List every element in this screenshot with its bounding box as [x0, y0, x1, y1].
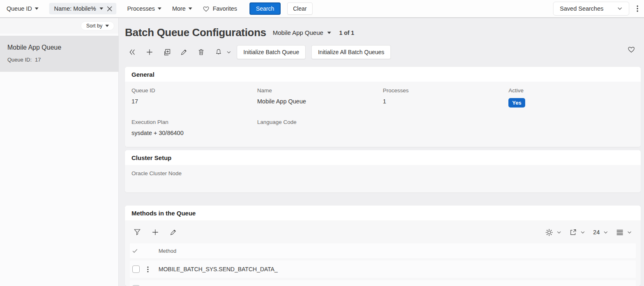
field-value: 17 [132, 98, 257, 105]
caret-down-icon [105, 25, 109, 27]
bell-icon [215, 48, 222, 56]
field-name: Name Mobile App Queue [257, 87, 383, 108]
chevron-down-icon [557, 231, 561, 234]
cluster-setup-section: Cluster Setup Oracle Cluster Node [125, 150, 641, 192]
field-execution-plan: Execution Plan sysdate + 30/86400 [132, 119, 257, 137]
field-value: 1 [383, 98, 509, 105]
caret-down-icon [35, 7, 39, 10]
notifications-dropdown-button[interactable] [227, 51, 231, 54]
clear-button[interactable]: Clear [287, 2, 312, 15]
search-filter-bar: Queue ID Name: Mobile% Processes More [0, 0, 644, 18]
methods-table-header: Method [130, 243, 636, 258]
record-count: 1 of 1 [339, 30, 354, 36]
table-row[interactable]: MOBILE_SYNC_SYS.SCHEDULED_ACTIVATION_ [130, 280, 636, 286]
overflow-menu-button[interactable] [637, 5, 638, 12]
add-record-button[interactable] [142, 45, 157, 59]
active-status-badge: Yes [508, 98, 525, 108]
chevron-down-icon [603, 231, 608, 234]
field-label: Name [257, 87, 383, 94]
page-title: Batch Queue Configurations [125, 26, 266, 39]
app-window: Queue ID Name: Mobile% Processes More [0, 0, 644, 286]
export-dropdown[interactable] [569, 229, 585, 236]
field-value: Mobile App Queue [257, 98, 383, 105]
pencil-icon [170, 229, 177, 236]
filter-funnel-icon [134, 229, 141, 236]
favorites-label: Favorites [213, 5, 237, 12]
processes-filter-dropdown[interactable]: Processes [127, 5, 161, 12]
edit-methods-button[interactable] [166, 225, 181, 240]
saved-searches-dropdown[interactable]: Saved Searches [553, 2, 629, 16]
queue-id-filter-dropdown[interactable]: Queue ID [7, 5, 39, 12]
duplicate-icon [163, 48, 171, 56]
general-fields: Queue ID 17 Name Mobile App Queue Proces… [125, 82, 641, 147]
notifications-button[interactable] [211, 45, 226, 59]
delete-record-button[interactable] [194, 45, 209, 59]
list-item-mobile-app-queue[interactable]: Mobile App Queue Queue ID: 17 [0, 36, 118, 72]
method-column-header[interactable]: Method [159, 248, 636, 254]
chevron-down-icon [617, 7, 622, 10]
trash-icon [197, 48, 205, 56]
notifications-group [211, 45, 231, 59]
record-selector-dropdown[interactable]: Mobile App Queue [273, 29, 331, 36]
initialize-all-batch-queues-button[interactable]: Initialize All Batch Queues [311, 45, 391, 59]
caret-down-icon[interactable] [100, 7, 103, 10]
row-density-dropdown[interactable] [616, 229, 632, 236]
oracle-cluster-node-label: Oracle Cluster Node [132, 170, 634, 176]
initialize-batch-queue-button[interactable]: Initialize Batch Queue [237, 45, 306, 59]
page-size-dropdown[interactable]: 24 [593, 229, 608, 236]
field-queue-id: Queue ID 17 [132, 87, 257, 108]
saved-searches-label: Saved Searches [560, 5, 603, 12]
field-processes: Processes 1 [383, 87, 509, 108]
rows-density-icon [616, 229, 624, 236]
filter-table-button[interactable] [130, 225, 145, 240]
edit-record-button[interactable] [177, 45, 191, 59]
field-label: Queue ID [132, 87, 257, 94]
sort-by-dropdown[interactable]: Sort by [81, 21, 114, 30]
table-row[interactable]: MOBILE_BATCH_SYS.SEND_BATCH_DATA_ [130, 261, 636, 278]
sort-by-label: Sort by [86, 23, 102, 29]
filter-controls: Queue ID Name: Mobile% Processes More [7, 2, 553, 15]
field-value [257, 130, 383, 137]
list-item-subtitle: Queue ID: 17 [7, 57, 111, 63]
caret-down-icon [327, 32, 331, 34]
more-filters-dropdown[interactable]: More [172, 5, 192, 12]
list-item-title: Mobile App Queue [7, 44, 111, 51]
row-checkbox[interactable] [132, 265, 140, 273]
field-language-code: Language Code [257, 119, 383, 137]
close-icon[interactable] [107, 6, 112, 11]
row-menu-button[interactable] [147, 266, 149, 272]
checkmark-icon[interactable] [132, 249, 138, 253]
add-method-button[interactable] [148, 225, 163, 240]
page-header: Batch Queue Configurations Mobile App Qu… [125, 26, 641, 39]
cluster-setup-title: Cluster Setup [125, 150, 641, 165]
caret-down-icon [158, 7, 161, 10]
chevron-down-icon [581, 231, 585, 234]
favorite-record-button[interactable] [628, 46, 635, 53]
heart-icon [203, 6, 209, 12]
list-item-field-value: 17 [35, 57, 41, 63]
field-label: Execution Plan [132, 119, 257, 125]
record-selector-label: Mobile App Queue [273, 29, 323, 36]
more-filters-label: More [172, 5, 186, 12]
page-size-value: 24 [593, 229, 600, 236]
methods-section: Methods in the Queue [125, 206, 641, 286]
search-actions: Search Clear [249, 2, 313, 15]
name-filter-chip[interactable]: Name: Mobile% [49, 3, 116, 14]
search-button[interactable]: Search [249, 2, 281, 15]
double-chevron-left-icon [129, 49, 136, 55]
collapse-sidebar-button[interactable] [125, 45, 140, 59]
processes-filter-label: Processes [127, 5, 155, 12]
field-label: Active [508, 87, 634, 94]
sidebar-sort-row: Sort by [0, 18, 118, 34]
methods-section-title: Methods in the Queue [125, 206, 641, 220]
table-settings-dropdown[interactable] [545, 229, 561, 236]
gear-icon [545, 229, 553, 236]
kebab-menu-icon [637, 5, 638, 12]
favorites-toggle[interactable]: Favorites [203, 5, 237, 12]
general-section-title: General [125, 67, 641, 82]
queue-id-filter-label: Queue ID [7, 5, 32, 12]
field-label: Language Code [257, 119, 383, 125]
duplicate-record-button[interactable] [159, 45, 174, 59]
main-panel: Batch Queue Configurations Mobile App Qu… [119, 18, 644, 286]
record-list-sidebar: Sort by Mobile App Queue Queue ID: 17 [0, 18, 119, 286]
